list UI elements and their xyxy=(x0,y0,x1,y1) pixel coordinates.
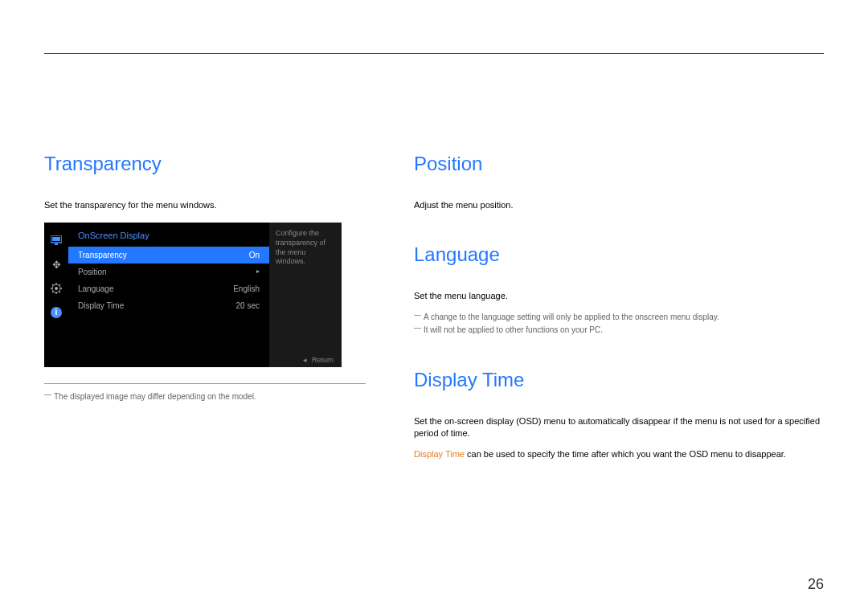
osd-description: Configure the transparency of the menu w… xyxy=(269,223,342,367)
osd-row-value: ▸ xyxy=(256,268,260,276)
osd-row-value: On xyxy=(249,251,260,260)
info-icon: i xyxy=(51,307,62,318)
osd-sidebar: ✥ i xyxy=(44,223,68,367)
osd-menu: OnScreen Display Transparency On Positio… xyxy=(68,223,269,367)
osd-row-display-time: Display Time 20 sec xyxy=(68,297,269,314)
display-time-term: Display Time xyxy=(414,449,465,459)
language-heading: Language xyxy=(414,243,824,266)
osd-screenshot: ✥ i OnScreen Display Transparency On Pos… xyxy=(44,223,342,367)
gear-icon xyxy=(51,283,62,294)
language-note-2: It will not be applied to other function… xyxy=(414,324,824,337)
osd-row-transparency: Transparency On xyxy=(68,247,269,264)
osd-row-value: 20 sec xyxy=(236,301,260,310)
osd-row-position: Position ▸ xyxy=(68,264,269,280)
svg-point-4 xyxy=(55,287,58,290)
osd-title: OnScreen Display xyxy=(68,231,269,247)
osd-row-label: Language xyxy=(78,284,114,293)
osd-footer: ◂ Return xyxy=(68,356,342,364)
language-note-1: A change to the language setting will on… xyxy=(414,311,824,324)
model-disclaimer-note: The displayed image may differ depending… xyxy=(44,390,366,403)
osd-row-value: English xyxy=(233,284,260,293)
position-heading: Position xyxy=(414,153,824,175)
transparency-body: Set the transparency for the menu window… xyxy=(44,199,366,211)
osd-row-label: Transparency xyxy=(78,251,127,260)
osd-row-label: Display Time xyxy=(78,301,124,310)
osd-row-label: Position xyxy=(78,268,107,276)
osd-return-label: Return xyxy=(312,356,334,364)
display-time-body2-text: can be used to specify the time after wh… xyxy=(465,449,786,459)
position-body: Adjust the menu position. xyxy=(414,199,824,211)
transparency-heading: Transparency xyxy=(44,153,366,175)
left-arrow-icon: ◂ xyxy=(303,356,307,364)
svg-rect-1 xyxy=(52,237,60,241)
navigation-icon: ✥ xyxy=(51,259,62,270)
language-body: Set the menu language. xyxy=(414,290,824,302)
svg-rect-2 xyxy=(55,243,58,245)
display-time-body: Set the on-screen display (OSD) menu to … xyxy=(414,415,824,440)
display-time-heading: Display Time xyxy=(414,369,824,391)
osd-row-language: Language English xyxy=(68,280,269,297)
page-number: 26 xyxy=(808,576,824,593)
divider xyxy=(44,383,366,384)
display-time-body2: Display Time can be used to specify the … xyxy=(414,448,824,460)
monitor-icon xyxy=(51,235,62,246)
